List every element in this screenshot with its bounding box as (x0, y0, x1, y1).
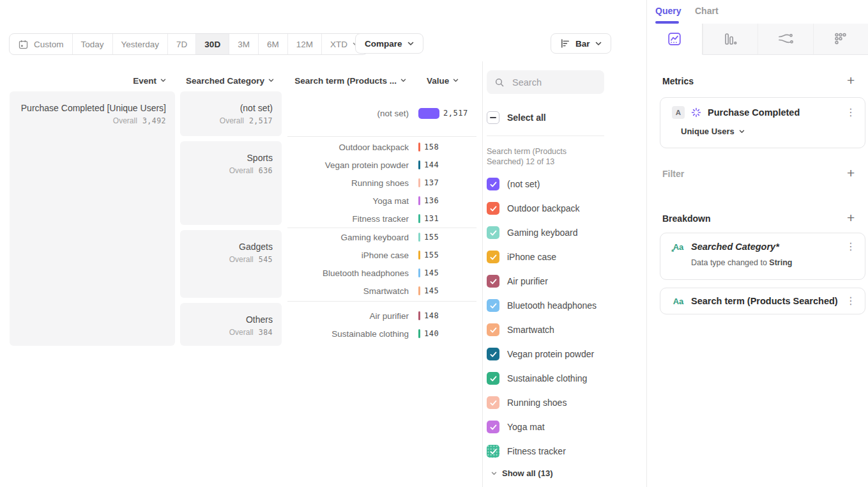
group-divider (287, 301, 476, 302)
calendar-icon (18, 39, 29, 50)
metric-title: Purchase Completed (708, 107, 839, 118)
more-options-icon[interactable]: ⋮ (846, 242, 856, 252)
horizontal-bar-chart-icon (560, 38, 570, 49)
filter-item[interactable]: Outdoor backpack (487, 202, 580, 215)
checked-checkbox[interactable] (487, 348, 499, 360)
value-bar (418, 286, 420, 295)
event-cell[interactable]: Purchase Completed [Unique Users] Overal… (10, 91, 175, 346)
value-bar (418, 329, 420, 338)
value-bar (418, 214, 420, 223)
more-options-icon[interactable]: ⋮ (846, 107, 856, 118)
category-cell-others[interactable]: Others Overall384 (180, 303, 282, 346)
add-metric-button[interactable]: + (847, 73, 855, 87)
insights-line-chart-icon (667, 31, 682, 47)
checked-checkbox[interactable] (487, 251, 499, 263)
date-range-3m[interactable]: 3M (229, 34, 259, 54)
metric-card[interactable]: A Purchase Completed ⋮ Unique Users (660, 97, 865, 148)
add-breakdown-button[interactable]: + (847, 211, 855, 224)
term-row[interactable]: Bluetooth headphones 145 (287, 264, 479, 282)
date-range-custom[interactable]: Custom (10, 34, 73, 54)
term-row[interactable]: iPhone case 155 (287, 246, 479, 264)
breakdown-section-header: Breakdown (662, 213, 710, 224)
filter-item[interactable]: Sustainable clothing (487, 372, 587, 385)
active-tab-underline (655, 21, 679, 24)
term-row[interactable]: Fitness tracker 131 (287, 210, 479, 228)
chevron-down-icon (160, 79, 166, 82)
select-all-checkbox[interactable] (487, 111, 499, 124)
checked-checkbox[interactable] (487, 178, 499, 190)
checked-checkbox[interactable] (487, 396, 499, 409)
tab-bar-chart[interactable] (703, 24, 758, 55)
date-range-30d-selected[interactable]: 30D (196, 34, 229, 54)
value-bar (418, 178, 420, 187)
tab-retention[interactable] (813, 24, 868, 55)
insights-app: Custom Today Yesterday 7D 30D 3M 6M 12M … (0, 0, 868, 487)
term-row[interactable]: Gaming keyboard 155 (287, 228, 479, 246)
column-header-event[interactable]: Event (10, 75, 166, 86)
filter-item[interactable]: Gaming keyboard (487, 226, 578, 239)
metric-measurement-dropdown[interactable]: Unique Users (660, 127, 865, 136)
filter-item[interactable]: Yoga mat (487, 421, 545, 433)
term-row[interactable]: Outdoor backpack 158 (287, 138, 479, 156)
filter-item[interactable]: iPhone case (487, 251, 556, 263)
checked-checkbox[interactable] (487, 275, 499, 288)
column-header-search-term[interactable]: Search term (Products ... (255, 75, 406, 86)
string-property-icon: Aa* (672, 242, 685, 252)
category-cell-not-set[interactable]: (not set) Overall2,517 (180, 91, 282, 136)
term-row[interactable]: Running shoes 137 (287, 174, 479, 192)
date-range-today[interactable]: Today (73, 34, 113, 54)
filter-item[interactable]: Smartwatch (487, 323, 554, 336)
show-all-toggle[interactable]: Show all (13) (491, 468, 552, 478)
tab-flows[interactable] (758, 24, 813, 55)
term-row[interactable]: Sustainable clothing 140 (287, 325, 479, 343)
category-cell-gadgets[interactable]: Gadgets Overall545 (180, 230, 282, 298)
filter-item[interactable]: Bluetooth headphones (487, 299, 597, 312)
term-row[interactable]: (not set) 2,517 (287, 104, 479, 122)
value-bar (418, 268, 420, 277)
tab-query[interactable]: Query (655, 6, 681, 16)
value-bar (418, 143, 420, 151)
search-input[interactable] (511, 77, 593, 88)
search-box[interactable] (487, 70, 604, 94)
checked-checkbox[interactable] (487, 372, 499, 385)
add-filter-button[interactable]: + (847, 166, 855, 180)
chart-type-dropdown[interactable]: Bar (551, 33, 611, 54)
checked-checkbox[interactable] (487, 421, 499, 433)
retention-dots-icon (833, 31, 848, 47)
chevron-down-icon (491, 472, 497, 475)
event-sparkle-icon (691, 107, 701, 118)
checked-checkbox[interactable] (487, 226, 499, 239)
tab-chart[interactable]: Chart (695, 6, 719, 16)
filter-item[interactable]: Running shoes (487, 396, 567, 409)
date-range-yesterday[interactable]: Yesterday (113, 34, 169, 54)
term-row[interactable]: Air purifier 148 (287, 307, 479, 325)
select-all-row[interactable]: Select all (487, 111, 546, 124)
date-range-7d[interactable]: 7D (168, 34, 196, 54)
checked-checkbox[interactable] (487, 299, 499, 312)
category-cell-sports[interactable]: Sports Overall636 (180, 141, 282, 225)
compare-button[interactable]: Compare (355, 33, 423, 54)
checked-checkbox[interactable] (487, 445, 499, 458)
filter-item[interactable]: Air purifier (487, 275, 548, 288)
filter-item[interactable]: Fitness tracker (487, 445, 566, 458)
breakdown-card-searched-category[interactable]: Aa* Searched Category* ⋮ Data type chang… (660, 233, 865, 280)
date-range-12m[interactable]: 12M (288, 34, 322, 54)
column-header-value[interactable]: Value (427, 75, 459, 86)
term-row[interactable]: Yoga mat 136 (287, 192, 479, 210)
date-range-6m[interactable]: 6M (259, 34, 288, 54)
select-all-label: Select all (507, 112, 546, 123)
checked-checkbox[interactable] (487, 202, 499, 215)
chevron-down-icon (407, 42, 414, 46)
tab-insights[interactable] (647, 24, 703, 55)
chevron-down-icon (453, 79, 459, 82)
term-row[interactable]: Smartwatch 145 (287, 282, 479, 300)
filter-item[interactable]: (not set) (487, 178, 540, 190)
more-options-icon[interactable]: ⋮ (846, 296, 856, 306)
list-divider (487, 135, 604, 136)
date-range-control: Custom Today Yesterday 7D 30D 3M 6M 12M … (9, 33, 368, 55)
breakdown-card-search-term[interactable]: Aa Search term (Products Searched) ⋮ (660, 288, 865, 314)
term-row[interactable]: Vegan protein powder 144 (287, 156, 479, 174)
filter-item[interactable]: Vegan protein powder (487, 348, 594, 360)
checked-checkbox[interactable] (487, 323, 499, 336)
breakdown-title: Searched Category* (691, 242, 839, 252)
